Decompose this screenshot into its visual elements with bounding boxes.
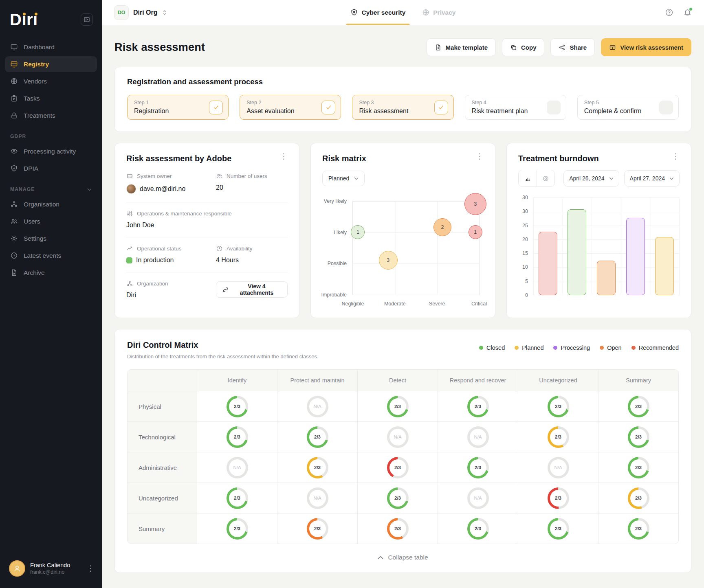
tab-privacy[interactable]: Privacy xyxy=(422,0,455,25)
sidebar-item-label: Organisation xyxy=(24,201,59,208)
progress-donut[interactable]: 2/3 xyxy=(467,457,489,478)
notification-dot xyxy=(689,7,693,11)
sidebar-item-latest-events[interactable]: Latest events xyxy=(5,248,97,263)
sidebar-item-treatments[interactable]: Treatments xyxy=(5,108,97,123)
sidebar-item-vendors[interactable]: Vendors xyxy=(5,73,97,89)
user-menu-kebab-icon[interactable]: ⋮ xyxy=(87,566,95,570)
sidebar-item-dpia[interactable]: DPIA xyxy=(5,160,97,176)
progress-donut[interactable]: 2/3 xyxy=(628,457,649,478)
step-registration[interactable]: Step 1Registration xyxy=(127,95,229,120)
progress-donut[interactable]: 2/3 xyxy=(307,426,328,448)
card-menu-kebab-icon[interactable]: ⋮ xyxy=(672,154,680,158)
sidebar-collapse-button[interactable] xyxy=(81,13,93,26)
clock-icon xyxy=(216,245,223,252)
help-icon[interactable] xyxy=(665,8,673,17)
sidebar-item-organisation[interactable]: Organisation xyxy=(5,196,97,212)
step-checkbox-checked[interactable] xyxy=(321,101,335,114)
progress-donut[interactable]: N/A xyxy=(227,457,248,478)
legend-label: Planned xyxy=(522,344,543,351)
progress-donut[interactable]: 2/3 xyxy=(467,396,489,417)
progress-donut[interactable]: 2/3 xyxy=(467,518,489,540)
progress-donut[interactable]: 2/3 xyxy=(227,487,248,509)
donut-value: 2/3 xyxy=(389,490,406,507)
sidebar-section-manage[interactable]: MANAGE xyxy=(0,178,102,196)
progress-donut[interactable]: 2/3 xyxy=(387,457,409,478)
risk-bubble[interactable]: 1 xyxy=(469,225,482,239)
step-checkbox-unchecked[interactable] xyxy=(547,101,561,114)
risk-matrix-filter-select[interactable]: Planned xyxy=(322,171,365,186)
sidebar-item-dashboard[interactable]: Dashboard xyxy=(5,39,97,55)
risk-matrix-plot: Very likelyLikelyPossibleImprobableNegli… xyxy=(352,201,480,295)
bar-chart-toggle-button[interactable] xyxy=(519,170,537,186)
risk-matrix-x-label: Moderate xyxy=(384,301,406,307)
org-switcher[interactable]: DO Diri Org xyxy=(114,5,167,20)
step-risk-assessment[interactable]: Step 3Risk assessment xyxy=(352,95,453,120)
risk-bubble[interactable]: 3 xyxy=(379,251,398,270)
shield-icon xyxy=(350,9,358,16)
sidebar-item-label: Latest events xyxy=(24,252,61,259)
progress-donut[interactable]: 2/3 xyxy=(628,426,649,448)
notifications-bell-icon[interactable] xyxy=(683,8,692,17)
field-organization: Organization Diri xyxy=(126,280,216,299)
progress-donut[interactable]: 2/3 xyxy=(548,396,569,417)
tab-cyber-security[interactable]: Cyber security xyxy=(350,0,406,25)
sidebar-item-archive[interactable]: Archive xyxy=(5,265,97,281)
control-matrix-table: IdentifyProtect and maintainDetectRespon… xyxy=(127,369,679,544)
burndown-tick-label: 25 xyxy=(522,223,528,228)
donut-value: 2/3 xyxy=(309,520,326,537)
matrix-cell: 2/3 xyxy=(598,452,678,483)
sidebar-item-processing-activity[interactable]: Processing activity xyxy=(5,143,97,159)
card-menu-kebab-icon[interactable]: ⋮ xyxy=(476,154,484,158)
copy-button[interactable]: Copy xyxy=(502,38,545,56)
progress-donut[interactable]: 2/3 xyxy=(628,396,649,417)
view-attachments-button[interactable]: View 4 attachments xyxy=(216,281,288,298)
progress-donut[interactable]: 2/3 xyxy=(227,426,248,448)
date-to-select[interactable]: April 27, 2024 xyxy=(624,170,680,186)
risk-bubble[interactable]: 2 xyxy=(433,218,451,236)
share-button[interactable]: Share xyxy=(550,38,595,56)
matrix-row-label: Administrative xyxy=(128,452,197,483)
progress-donut[interactable]: 2/3 xyxy=(307,457,328,478)
progress-donut[interactable]: 2/3 xyxy=(548,426,569,448)
make-template-button[interactable]: Make template xyxy=(427,38,496,56)
progress-donut[interactable]: N/A xyxy=(467,487,489,509)
risk-bubble[interactable]: 1 xyxy=(351,225,365,239)
progress-donut[interactable]: 2/3 xyxy=(628,487,649,509)
progress-donut[interactable]: 2/3 xyxy=(227,396,248,417)
sidebar-item-settings[interactable]: Settings xyxy=(5,230,97,246)
progress-donut[interactable]: N/A xyxy=(307,396,328,417)
step-checkbox-checked[interactable] xyxy=(209,101,223,114)
progress-donut[interactable]: N/A xyxy=(548,457,569,478)
date-from-select[interactable]: April 26, 2024 xyxy=(563,170,619,186)
progress-donut[interactable]: N/A xyxy=(307,487,328,509)
step-complete-confirm[interactable]: Step 5Complete & confirm xyxy=(577,95,679,120)
progress-donut[interactable]: 2/3 xyxy=(307,518,328,540)
step-checkbox-checked[interactable] xyxy=(434,101,448,114)
treatment-burndown-card: Treatment burndown ⋮ April 26, 2024 xyxy=(506,143,691,318)
collapse-table-button[interactable]: Collapse table xyxy=(127,544,679,571)
step-asset-evaluation[interactable]: Step 2Asset evaluation xyxy=(240,95,341,120)
progress-donut[interactable]: N/A xyxy=(387,426,409,448)
progress-donut[interactable]: 2/3 xyxy=(227,518,248,540)
card-menu-kebab-icon[interactable]: ⋮ xyxy=(280,154,288,158)
progress-donut[interactable]: 2/3 xyxy=(548,487,569,509)
step-checkbox-unchecked[interactable] xyxy=(659,101,673,114)
progress-donut[interactable]: 2/3 xyxy=(548,518,569,540)
donut-value: N/A xyxy=(470,429,486,445)
view-risk-assessment-button[interactable]: View risk assessment xyxy=(601,38,691,56)
risk-bubble[interactable]: 3 xyxy=(464,193,486,215)
donut-chart-toggle-button[interactable] xyxy=(537,170,554,186)
progress-donut[interactable]: N/A xyxy=(467,426,489,448)
matrix-cell: 2/3 xyxy=(598,391,678,421)
step-risk-treatment-plan[interactable]: Step 4Risk treatment plan xyxy=(465,95,566,120)
progress-donut[interactable]: 2/3 xyxy=(387,487,409,509)
sidebar-item-users[interactable]: Users xyxy=(5,213,97,229)
progress-donut[interactable]: 2/3 xyxy=(387,396,409,417)
sidebar-item-registry[interactable]: Registry xyxy=(5,56,97,72)
progress-donut[interactable]: 2/3 xyxy=(387,518,409,540)
sidebar-user[interactable]: Frank Caliendo frank.c@diri.no ⋮ xyxy=(0,552,102,588)
sidebar-item-label: Vendors xyxy=(24,78,47,85)
sidebar-item-tasks[interactable]: Tasks xyxy=(5,90,97,106)
status-indicator xyxy=(126,257,132,263)
progress-donut[interactable]: 2/3 xyxy=(628,518,649,540)
